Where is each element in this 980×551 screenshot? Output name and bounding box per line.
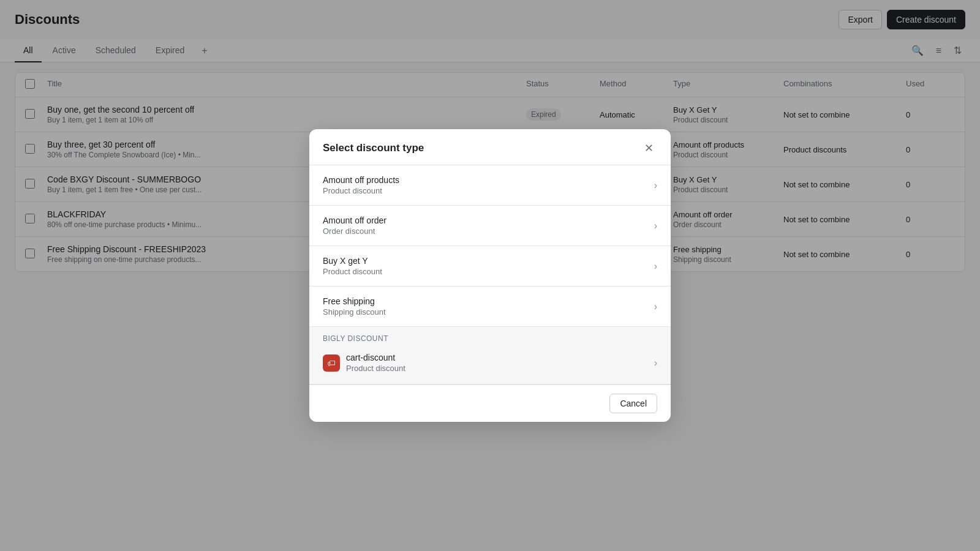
modal-title: Select discount type: [323, 142, 424, 154]
select-discount-modal: Select discount type ✕ Amount off produc…: [309, 129, 671, 287]
chevron-right-icon: ›: [654, 220, 657, 231]
chevron-right-icon: ›: [654, 261, 657, 272]
modal-body: Amount off products Product discount › A…: [309, 165, 671, 287]
option-text: Amount off order Order discount: [323, 216, 386, 236]
modal-overlay[interactable]: Select discount type ✕ Amount off produc…: [0, 0, 980, 287]
option-text: Buy X get Y Product discount: [323, 256, 382, 276]
option-buy-x-get-y[interactable]: Buy X get Y Product discount ›: [309, 246, 671, 287]
modal-close-button[interactable]: ✕: [641, 140, 657, 156]
option-amount-off-products[interactable]: Amount off products Product discount ›: [309, 165, 671, 206]
option-text: Amount off products Product discount: [323, 175, 399, 195]
option-amount-off-order[interactable]: Amount off order Order discount ›: [309, 206, 671, 246]
chevron-right-icon: ›: [654, 180, 657, 191]
modal-header: Select discount type ✕: [309, 129, 671, 165]
